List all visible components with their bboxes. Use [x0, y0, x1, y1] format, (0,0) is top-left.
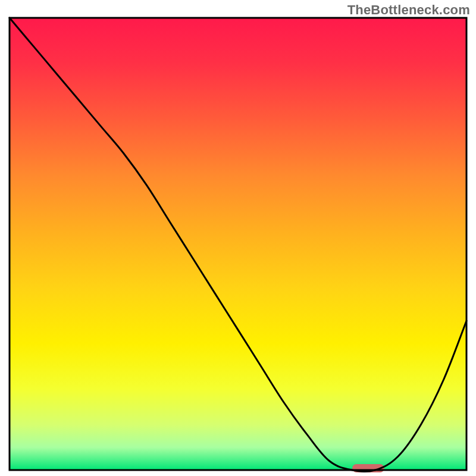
watermark-text: TheBottleneck.com	[347, 2, 470, 18]
chart-background	[10, 18, 466, 470]
chart-container: TheBottleneck.com	[0, 0, 476, 476]
bottleneck-chart	[0, 0, 476, 476]
